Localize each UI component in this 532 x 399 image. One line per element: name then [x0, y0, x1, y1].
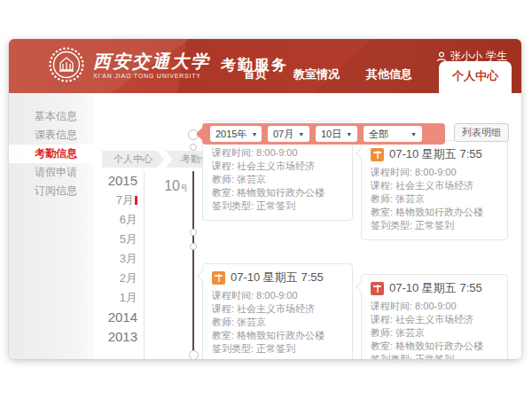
- list-detail-button[interactable]: 列表明细: [454, 123, 509, 142]
- main-nav: 首页 教室情况 其他信息 个人中心: [244, 61, 512, 93]
- timeline-dot-small-1: [190, 144, 197, 151]
- card-teacher: 教师: 张芸京: [212, 173, 343, 186]
- day-marker-10-suffix: 号: [180, 184, 188, 192]
- timeline-month-nav: 2015 7月 6月 5月 3月 2月 1月 2014 2013: [96, 171, 144, 347]
- attendance-card[interactable]: 07-10 星期五 7:55 课程时间: 8:00-9:00 课程: 社会主义市…: [361, 274, 508, 359]
- card-teacher: 教师: 张芸京: [212, 316, 343, 329]
- year-dropdown[interactable]: 2015年 ▼: [210, 126, 262, 142]
- chevron-down-icon: ▼: [346, 131, 352, 137]
- type-dropdown[interactable]: 全部 ▼: [364, 126, 422, 142]
- card-signin-type: 签到类型: 正常签到: [212, 342, 343, 356]
- day-marker-10-num: 10: [164, 178, 180, 193]
- day-dropdown-value: 10日: [321, 128, 341, 141]
- card-course-time: 课程时间: 8:00-9:00: [212, 289, 343, 302]
- sidebar-item-basic-info[interactable]: 基本信息: [9, 107, 94, 126]
- card-course: 课程: 社会主义市场经济: [212, 160, 343, 173]
- timeline-month-5[interactable]: 5月: [96, 230, 144, 249]
- timeline-month-6[interactable]: 6月: [96, 210, 144, 230]
- university-logo-icon: [48, 46, 85, 83]
- timeline-year-2013[interactable]: 2013: [96, 327, 144, 347]
- nav-classrooms[interactable]: 教室情况: [293, 66, 340, 93]
- card-signin-type: 签到类型: 正常签到: [371, 219, 498, 232]
- day-dropdown[interactable]: 10日 ▼: [316, 126, 357, 142]
- timeline-year-2015[interactable]: 2015: [96, 171, 144, 191]
- timeline-dot-small-3: [190, 243, 197, 250]
- card-teacher: 教师: 张芸京: [371, 326, 498, 340]
- card-date: 07-10 星期五 7:55: [231, 270, 324, 286]
- chevron-down-icon: ▼: [251, 131, 257, 137]
- timeline-axis: [192, 171, 194, 359]
- card-course-time: 课程时间: 8:00-9:00: [371, 166, 498, 179]
- nav-personal-center[interactable]: 个人中心: [439, 61, 512, 93]
- timeline-year-2014[interactable]: 2014: [96, 308, 144, 327]
- attendance-card[interactable]: 07-10 星期五 7:55 课程时间: 8:00-9:00 课程: 社会主义市…: [361, 140, 508, 240]
- app-header: 西安交通大学 XI'AN JIAO TONG UNIVERSITY 考勤服务 张…: [9, 39, 521, 93]
- timeline-month-1[interactable]: 1月: [96, 288, 144, 308]
- content-area: 基本信息 课表信息 考勤信息 请假申请 订阅信息 个人中心 考勤信息 时间轴 2…: [9, 93, 521, 359]
- card-classroom: 教室: 格物致知行政办公楼: [212, 186, 343, 200]
- user-icon: [436, 51, 447, 62]
- card-date: 07-10 星期五 7:55: [389, 146, 482, 162]
- card-classroom: 教室: 格物致知行政办公楼: [371, 340, 498, 353]
- card-classroom: 教室: 格物致知行政办公楼: [212, 329, 343, 342]
- year-dropdown-value: 2015年: [215, 128, 246, 141]
- university-name-en: XI'AN JIAO TONG UNIVERSITY: [93, 73, 210, 79]
- card-signin-type: 签到类型: 正常签到: [371, 353, 498, 359]
- sidebar-item-schedule-info[interactable]: 课表信息: [9, 126, 94, 145]
- status-normal-icon: [212, 271, 225, 285]
- timeline-month-7-selected[interactable]: 7月: [96, 191, 144, 210]
- university-name-zh: 西安交通大学: [93, 51, 210, 71]
- card-course: 课程: 社会主义市场经济: [212, 302, 343, 316]
- card-course: 课程: 社会主义市场经济: [371, 179, 498, 192]
- status-absent-icon: [371, 282, 384, 295]
- card-header: 07-10 星期五 7:55: [371, 280, 498, 296]
- card-course-time: 课程时间: 8:00-9:00: [212, 146, 343, 160]
- university-name-block: 西安交通大学 XI'AN JIAO TONG UNIVERSITY: [93, 51, 210, 79]
- sidebar-item-subscription-info[interactable]: 订阅信息: [9, 182, 94, 200]
- day-marker-10: 10号: [147, 178, 188, 194]
- chevron-down-icon: ▼: [298, 131, 304, 137]
- card-date: 07-10 星期五 7:55: [389, 280, 482, 296]
- card-classroom: 教室: 格物致知行政办公楼: [371, 206, 498, 219]
- month-dropdown[interactable]: 07月 ▼: [268, 126, 309, 142]
- status-normal-icon: [371, 148, 384, 161]
- timeline-month-3[interactable]: 3月: [96, 249, 144, 269]
- card-teacher: 教师: 张芸京: [371, 192, 498, 206]
- sidebar-item-leave-request[interactable]: 请假申请: [9, 163, 94, 182]
- sidebar: 基本信息 课表信息 考勤信息 请假申请 订阅信息: [9, 93, 94, 359]
- date-filter-bar: 2015年 ▼ 07月 ▼ 10日 ▼ 全部 ▼: [202, 123, 445, 145]
- breadcrumb-personal-center[interactable]: 个人中心: [102, 151, 164, 168]
- month-nav-divider: [144, 171, 145, 359]
- timeline-dot-small-2: [190, 229, 197, 236]
- type-dropdown-value: 全部: [369, 128, 388, 141]
- card-header: 07-10 星期五 7:55: [371, 146, 498, 162]
- card-course-time: 课程时间: 8:00-9:00: [371, 300, 498, 313]
- nav-home[interactable]: 首页: [244, 66, 267, 93]
- timeline-dot-day09: [189, 350, 199, 359]
- screenshot-stage: 西安交通大学 XI'AN JIAO TONG UNIVERSITY 考勤服务 张…: [0, 0, 532, 399]
- timeline-month-2[interactable]: 2月: [96, 269, 144, 288]
- card-signin-type: 签到类型: 正常签到: [212, 200, 343, 213]
- selected-month-marker: [135, 196, 137, 205]
- app-window: 西安交通大学 XI'AN JIAO TONG UNIVERSITY 考勤服务 张…: [9, 39, 521, 359]
- attendance-card[interactable]: 07-10 星期五 7:55 课程时间: 8:00-9:00 课程: 社会主义市…: [202, 263, 353, 359]
- timeline-month-7-label: 7月: [116, 193, 134, 207]
- month-dropdown-value: 07月: [273, 128, 293, 141]
- chevron-down-icon: ▼: [411, 131, 417, 137]
- sidebar-item-attendance-info[interactable]: 考勤信息: [9, 145, 94, 163]
- card-course: 课程: 社会主义市场经济: [371, 313, 498, 326]
- nav-other-info[interactable]: 其他信息: [366, 66, 412, 93]
- card-header: 07-10 星期五 7:55: [212, 270, 343, 286]
